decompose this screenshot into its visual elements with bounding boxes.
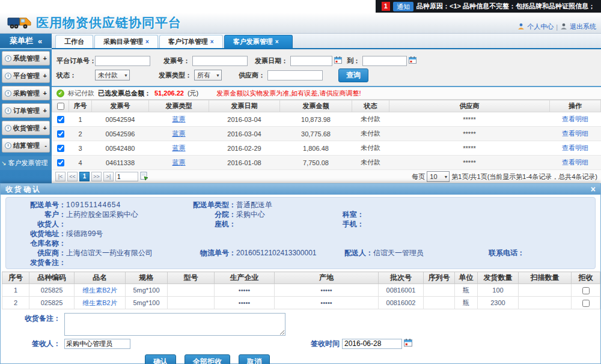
signer-input[interactable] bbox=[64, 339, 130, 349]
expand-minus-icon[interactable]: - bbox=[44, 142, 47, 149]
view-detail-link[interactable]: 查看明细 bbox=[562, 115, 588, 123]
cell-model bbox=[168, 284, 215, 297]
row-checkbox[interactable] bbox=[57, 130, 64, 138]
view-detail-link[interactable]: 查看明细 bbox=[562, 130, 588, 137]
view-detail-link[interactable]: 查看明细 bbox=[562, 144, 588, 151]
last-page-button[interactable]: >| bbox=[103, 172, 114, 181]
sidebar-item-platform-mgmt[interactable]: 平台管理 + bbox=[2, 68, 50, 83]
reject-all-button[interactable]: 全部拒收 bbox=[185, 354, 230, 364]
expand-plus-icon[interactable]: + bbox=[43, 124, 47, 132]
expand-plus-icon[interactable]: + bbox=[43, 72, 47, 79]
invoice-type-link[interactable]: 蓝票 bbox=[172, 115, 186, 123]
tab-close-icon[interactable]: × bbox=[210, 38, 214, 45]
pagination-info: 每页 10▼ 第1页/共1页(当前显示第1-4条记录，总共4条记录) bbox=[412, 171, 597, 182]
expand-plus-icon[interactable]: + bbox=[43, 55, 47, 62]
col-action: 操作 bbox=[550, 100, 601, 112]
cell-batch-no: 00816001 bbox=[379, 284, 424, 297]
invoice-date-to-input[interactable] bbox=[362, 56, 407, 66]
mark-paid-label[interactable]: 标记付款 bbox=[68, 89, 94, 98]
search-button[interactable]: 查询 bbox=[338, 68, 368, 82]
invoice-date-from-input[interactable] bbox=[290, 56, 332, 66]
sidebar-item-settlement-mgmt[interactable]: 结算管理 - bbox=[2, 138, 50, 153]
current-page-button[interactable]: 1 bbox=[79, 172, 90, 181]
expand-plus-icon[interactable]: + bbox=[43, 89, 47, 97]
tab-close-icon[interactable]: × bbox=[145, 38, 149, 45]
supplier-input[interactable] bbox=[267, 70, 323, 80]
invoice-type-link[interactable]: 蓝票 bbox=[172, 159, 186, 166]
logout-link[interactable]: 退出系统 bbox=[570, 22, 596, 31]
logistics-no-label: 物流单号： bbox=[183, 248, 236, 258]
reject-checkbox[interactable] bbox=[582, 287, 590, 294]
menu-clock-icon bbox=[5, 73, 11, 79]
col-item-code: 品种编码 bbox=[29, 272, 75, 284]
notification-button[interactable]: 通知 bbox=[393, 2, 413, 11]
col-supplier: 供应商 bbox=[389, 100, 550, 112]
sidebar-item-label: 结算管理 bbox=[13, 141, 40, 150]
per-page-value: 10 bbox=[430, 173, 437, 180]
sidebar-item-receiving-mgmt[interactable]: 收货管理 + bbox=[2, 121, 50, 135]
summary-bar: ✓ 标记付款 已选发票总金额： 51,206.22 (元) 发票金额以实物发票为… bbox=[52, 87, 601, 100]
item-name-link[interactable]: 维生素B2片 bbox=[82, 287, 117, 294]
reject-checkbox[interactable] bbox=[582, 300, 590, 307]
col-invoice-type: 发票类型 bbox=[149, 100, 209, 112]
top-bar: 1 通知 品种原因：<1> 品种信息不完整：包括品牌和品种证照信息； bbox=[0, 0, 601, 13]
select-all-checkbox[interactable] bbox=[57, 103, 64, 110]
cell-origin: ••••• bbox=[275, 297, 379, 309]
tab-close-icon[interactable]: × bbox=[275, 38, 279, 45]
per-page-select[interactable]: 10▼ bbox=[427, 171, 450, 182]
first-page-button[interactable]: |< bbox=[55, 172, 66, 181]
status-select[interactable]: 未付款▼ bbox=[95, 70, 130, 80]
sign-time-input[interactable] bbox=[342, 339, 402, 349]
receive-remark-textarea[interactable] bbox=[64, 313, 285, 336]
view-detail-link[interactable]: 查看明细 bbox=[562, 159, 588, 166]
cell-amount: 7,750.08 bbox=[280, 156, 352, 170]
personal-center-link[interactable]: 个人中心 bbox=[527, 22, 554, 31]
platform-order-input[interactable] bbox=[95, 56, 150, 66]
cancel-button[interactable]: 取消 bbox=[239, 354, 270, 364]
tab-procurement-catalog[interactable]: 采购目录管理× bbox=[94, 35, 158, 48]
delivery-info-panel: 配送单号： 109151144654 配送单类型： 普通配送单 客户： 上药控股… bbox=[5, 197, 596, 269]
confirm-button[interactable]: 确认 bbox=[145, 354, 176, 364]
calendar-icon[interactable] bbox=[404, 339, 412, 348]
landline-label: 座机： bbox=[183, 219, 236, 229]
sidebar-item-customer-invoice-mgmt[interactable]: ↘ 客户发票管理 bbox=[0, 156, 52, 170]
col-item-name: 品名 bbox=[75, 272, 126, 284]
invoice-type-link[interactable]: 蓝票 bbox=[172, 130, 186, 137]
sidebar-item-order-mgmt[interactable]: 订单管理 + bbox=[2, 103, 50, 118]
invoice-type-select[interactable]: 所有▼ bbox=[194, 70, 222, 80]
sidebar-item-procurement-mgmt[interactable]: 采购管理 + bbox=[2, 86, 50, 100]
invoice-no-input[interactable] bbox=[192, 56, 248, 66]
sidebar-item-system-mgmt[interactable]: 系统管理 + bbox=[2, 51, 50, 65]
cell-status: 未付款 bbox=[352, 127, 389, 141]
chevron-down-icon: ▼ bbox=[216, 73, 220, 77]
cell-scan-qty bbox=[519, 297, 572, 309]
cell-seq: 3 bbox=[69, 141, 92, 156]
tab-workbench[interactable]: 工作台 bbox=[55, 35, 93, 48]
item-name-link[interactable]: 维生素B2片 bbox=[82, 299, 117, 306]
row-checkbox[interactable] bbox=[57, 159, 64, 166]
ship-remark-label: 发货备注： bbox=[6, 258, 66, 267]
row-checkbox[interactable] bbox=[57, 116, 64, 123]
close-icon[interactable]: × bbox=[591, 185, 596, 193]
export-icon[interactable] bbox=[140, 172, 148, 182]
invoice-type-link[interactable]: 蓝票 bbox=[172, 144, 186, 151]
tab-customer-invoices[interactable]: 客户发票管理× bbox=[224, 35, 293, 48]
row-checkbox[interactable] bbox=[57, 145, 64, 152]
tab-customer-orders[interactable]: 客户订单管理× bbox=[159, 35, 223, 48]
dialog-title-bar: 收货确认 × bbox=[1, 184, 600, 195]
truck-logo-icon bbox=[7, 14, 32, 32]
page-number-input[interactable] bbox=[115, 172, 138, 181]
calendar-icon[interactable] bbox=[334, 56, 342, 65]
menu-clock-icon bbox=[5, 90, 11, 97]
page-title: 医用物资供应链协同平台 bbox=[36, 14, 182, 31]
sidebar-collapse-icon[interactable]: « bbox=[38, 37, 42, 46]
calendar-icon[interactable] bbox=[409, 56, 416, 65]
cell-invoice-no: 04611338 bbox=[92, 156, 149, 170]
cell-supplier: ***** bbox=[389, 141, 550, 156]
next-page-button[interactable]: >> bbox=[91, 172, 102, 181]
tab-label: 客户发票管理 bbox=[233, 38, 273, 45]
expand-plus-icon[interactable]: + bbox=[43, 107, 47, 114]
header-links: 个人中心 | 退出系统 bbox=[517, 22, 596, 31]
prev-page-button[interactable]: << bbox=[67, 172, 78, 181]
col-scan-qty: 扫描数量 bbox=[519, 272, 572, 284]
